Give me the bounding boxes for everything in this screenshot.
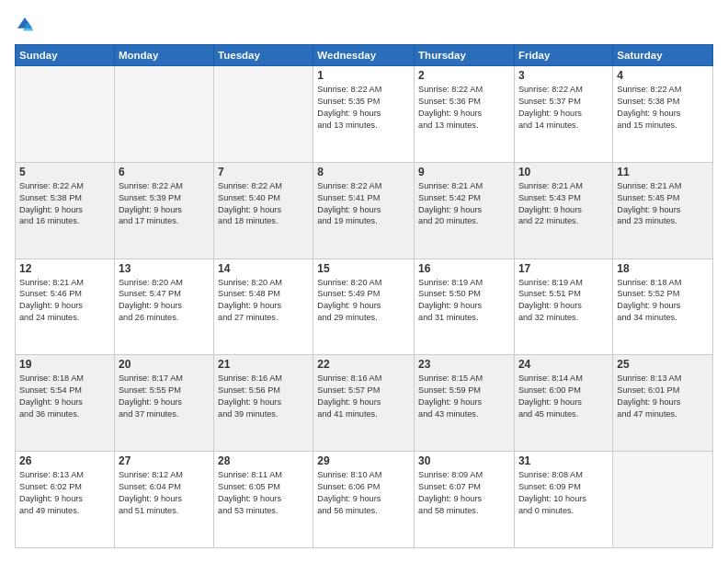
calendar-cell: 24Sunrise: 8:14 AM Sunset: 6:00 PM Dayli… xyxy=(514,355,612,452)
calendar-cell: 31Sunrise: 8:08 AM Sunset: 6:09 PM Dayli… xyxy=(514,452,612,548)
day-number: 25 xyxy=(617,358,709,371)
calendar-cell: 4Sunrise: 8:22 AM Sunset: 5:38 PM Daylig… xyxy=(613,66,713,163)
day-info: Sunrise: 8:17 AM Sunset: 5:55 PM Dayligh… xyxy=(119,373,210,420)
day-info: Sunrise: 8:18 AM Sunset: 5:52 PM Dayligh… xyxy=(617,277,709,325)
day-info: Sunrise: 8:21 AM Sunset: 5:42 PM Dayligh… xyxy=(418,180,510,228)
calendar-cell xyxy=(16,66,115,163)
calendar-cell: 17Sunrise: 8:19 AM Sunset: 5:51 PM Dayli… xyxy=(514,259,612,355)
calendar-cell: 15Sunrise: 8:20 AM Sunset: 5:49 PM Dayli… xyxy=(313,259,415,355)
day-number: 13 xyxy=(119,262,210,275)
day-info: Sunrise: 8:20 AM Sunset: 5:47 PM Dayligh… xyxy=(119,277,210,325)
calendar-cell xyxy=(613,452,713,548)
calendar-cell: 9Sunrise: 8:21 AM Sunset: 5:42 PM Daylig… xyxy=(415,162,515,259)
calendar-cell: 6Sunrise: 8:22 AM Sunset: 5:39 PM Daylig… xyxy=(114,162,213,259)
day-info: Sunrise: 8:18 AM Sunset: 5:54 PM Dayligh… xyxy=(19,373,110,420)
calendar-cell: 19Sunrise: 8:18 AM Sunset: 5:54 PM Dayli… xyxy=(16,355,115,452)
header-saturday: Saturday xyxy=(613,45,713,66)
calendar-cell: 28Sunrise: 8:11 AM Sunset: 6:05 PM Dayli… xyxy=(214,452,313,548)
day-number: 21 xyxy=(218,358,309,371)
calendar-cell: 21Sunrise: 8:16 AM Sunset: 5:56 PM Dayli… xyxy=(214,355,313,452)
day-number: 16 xyxy=(418,262,510,275)
day-number: 28 xyxy=(218,454,309,467)
calendar-cell: 1Sunrise: 8:22 AM Sunset: 5:35 PM Daylig… xyxy=(313,66,415,163)
day-number: 4 xyxy=(617,69,709,82)
day-number: 1 xyxy=(317,69,410,82)
day-number: 23 xyxy=(418,358,510,371)
day-number: 22 xyxy=(317,358,410,371)
day-info: Sunrise: 8:09 AM Sunset: 6:07 PM Dayligh… xyxy=(418,469,510,517)
calendar-cell: 30Sunrise: 8:09 AM Sunset: 6:07 PM Dayli… xyxy=(415,452,515,548)
day-number: 29 xyxy=(317,454,410,467)
day-number: 9 xyxy=(418,166,510,178)
calendar-cell: 8Sunrise: 8:22 AM Sunset: 5:41 PM Daylig… xyxy=(313,162,415,259)
calendar-week-row: 1Sunrise: 8:22 AM Sunset: 5:35 PM Daylig… xyxy=(16,66,713,163)
day-info: Sunrise: 8:14 AM Sunset: 6:00 PM Dayligh… xyxy=(518,373,609,420)
day-number: 3 xyxy=(518,69,609,82)
day-number: 24 xyxy=(518,358,609,371)
day-number: 31 xyxy=(518,454,609,467)
calendar-cell xyxy=(114,66,213,163)
day-info: Sunrise: 8:22 AM Sunset: 5:38 PM Dayligh… xyxy=(19,180,110,228)
header-sunday: Sunday xyxy=(16,45,115,66)
logo xyxy=(15,15,39,35)
day-info: Sunrise: 8:08 AM Sunset: 6:09 PM Dayligh… xyxy=(518,469,609,517)
day-number: 12 xyxy=(19,262,110,275)
day-number: 5 xyxy=(19,166,110,178)
day-info: Sunrise: 8:10 AM Sunset: 6:06 PM Dayligh… xyxy=(317,469,410,517)
day-info: Sunrise: 8:19 AM Sunset: 5:50 PM Dayligh… xyxy=(418,277,510,325)
day-number: 6 xyxy=(119,166,210,178)
day-info: Sunrise: 8:13 AM Sunset: 6:01 PM Dayligh… xyxy=(617,373,709,420)
day-info: Sunrise: 8:12 AM Sunset: 6:04 PM Dayligh… xyxy=(119,469,210,517)
day-info: Sunrise: 8:22 AM Sunset: 5:36 PM Dayligh… xyxy=(418,84,510,132)
calendar-week-row: 26Sunrise: 8:13 AM Sunset: 6:02 PM Dayli… xyxy=(16,452,713,548)
day-number: 17 xyxy=(518,262,609,275)
day-number: 26 xyxy=(19,454,110,467)
header-tuesday: Tuesday xyxy=(214,45,313,66)
day-info: Sunrise: 8:13 AM Sunset: 6:02 PM Dayligh… xyxy=(19,469,110,517)
day-info: Sunrise: 8:16 AM Sunset: 5:57 PM Dayligh… xyxy=(317,373,410,420)
day-info: Sunrise: 8:22 AM Sunset: 5:39 PM Dayligh… xyxy=(119,180,210,228)
day-number: 27 xyxy=(119,454,210,467)
weekday-header-row: Sunday Monday Tuesday Wednesday Thursday… xyxy=(16,45,713,66)
calendar-cell: 22Sunrise: 8:16 AM Sunset: 5:57 PM Dayli… xyxy=(313,355,415,452)
day-info: Sunrise: 8:22 AM Sunset: 5:35 PM Dayligh… xyxy=(317,84,410,132)
calendar-cell: 11Sunrise: 8:21 AM Sunset: 5:45 PM Dayli… xyxy=(613,162,713,259)
day-info: Sunrise: 8:16 AM Sunset: 5:56 PM Dayligh… xyxy=(218,373,309,420)
day-info: Sunrise: 8:21 AM Sunset: 5:43 PM Dayligh… xyxy=(518,180,609,228)
day-info: Sunrise: 8:19 AM Sunset: 5:51 PM Dayligh… xyxy=(518,277,609,325)
day-number: 10 xyxy=(518,166,609,178)
calendar-cell: 25Sunrise: 8:13 AM Sunset: 6:01 PM Dayli… xyxy=(613,355,713,452)
header xyxy=(15,15,713,35)
logo-icon xyxy=(15,15,35,35)
day-info: Sunrise: 8:15 AM Sunset: 5:59 PM Dayligh… xyxy=(418,373,510,420)
calendar-cell: 10Sunrise: 8:21 AM Sunset: 5:43 PM Dayli… xyxy=(514,162,612,259)
calendar-week-row: 19Sunrise: 8:18 AM Sunset: 5:54 PM Dayli… xyxy=(16,355,713,452)
day-info: Sunrise: 8:22 AM Sunset: 5:38 PM Dayligh… xyxy=(617,84,709,132)
day-info: Sunrise: 8:11 AM Sunset: 6:05 PM Dayligh… xyxy=(218,469,309,517)
day-number: 11 xyxy=(617,166,709,178)
day-number: 20 xyxy=(119,358,210,371)
day-number: 8 xyxy=(317,166,410,178)
calendar-cell: 16Sunrise: 8:19 AM Sunset: 5:50 PM Dayli… xyxy=(415,259,515,355)
header-monday: Monday xyxy=(114,45,213,66)
header-wednesday: Wednesday xyxy=(313,45,415,66)
day-info: Sunrise: 8:22 AM Sunset: 5:41 PM Dayligh… xyxy=(317,180,410,228)
day-number: 18 xyxy=(617,262,709,275)
calendar-cell: 13Sunrise: 8:20 AM Sunset: 5:47 PM Dayli… xyxy=(114,259,213,355)
day-number: 15 xyxy=(317,262,410,275)
calendar-cell: 12Sunrise: 8:21 AM Sunset: 5:46 PM Dayli… xyxy=(16,259,115,355)
calendar-cell: 26Sunrise: 8:13 AM Sunset: 6:02 PM Dayli… xyxy=(16,452,115,548)
day-info: Sunrise: 8:21 AM Sunset: 5:46 PM Dayligh… xyxy=(19,277,110,325)
day-info: Sunrise: 8:22 AM Sunset: 5:37 PM Dayligh… xyxy=(518,84,609,132)
calendar-cell: 2Sunrise: 8:22 AM Sunset: 5:36 PM Daylig… xyxy=(415,66,515,163)
calendar-cell: 20Sunrise: 8:17 AM Sunset: 5:55 PM Dayli… xyxy=(114,355,213,452)
day-number: 14 xyxy=(218,262,309,275)
calendar-week-row: 5Sunrise: 8:22 AM Sunset: 5:38 PM Daylig… xyxy=(16,162,713,259)
calendar-cell: 23Sunrise: 8:15 AM Sunset: 5:59 PM Dayli… xyxy=(415,355,515,452)
day-info: Sunrise: 8:22 AM Sunset: 5:40 PM Dayligh… xyxy=(218,180,309,228)
day-number: 30 xyxy=(418,454,510,467)
day-info: Sunrise: 8:20 AM Sunset: 5:49 PM Dayligh… xyxy=(317,277,410,325)
day-number: 2 xyxy=(418,69,510,82)
calendar-cell: 7Sunrise: 8:22 AM Sunset: 5:40 PM Daylig… xyxy=(214,162,313,259)
calendar-page: Sunday Monday Tuesday Wednesday Thursday… xyxy=(0,0,728,563)
